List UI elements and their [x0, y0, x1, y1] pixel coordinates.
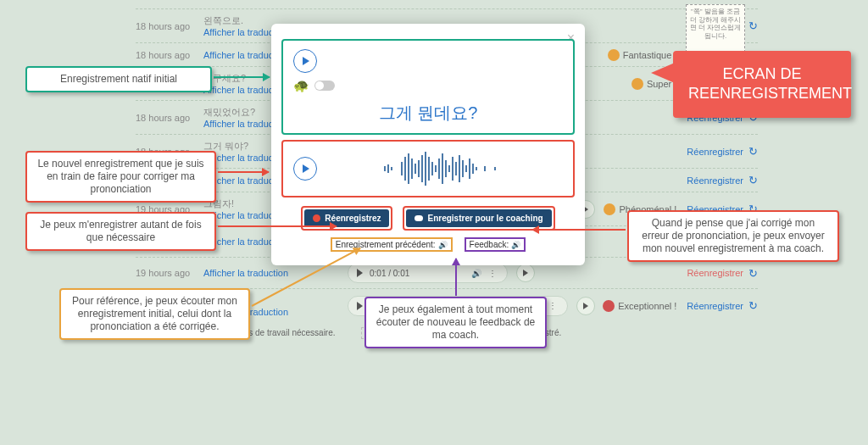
- svg-rect-21: [462, 160, 464, 177]
- timestamp: 18 hours ago: [136, 113, 203, 123]
- rerecord-link[interactable]: Réenregistrer: [687, 175, 743, 186]
- svg-rect-18: [452, 157, 453, 181]
- svg-rect-27: [494, 167, 496, 170]
- korean-note: "쪽" 발음을 조금 더 강하게 해주시면 더 자연스럽게 됩니다.: [686, 4, 745, 57]
- arrow-icon: [218, 171, 269, 173]
- rerecord-link[interactable]: Réenregistrer: [687, 268, 743, 278]
- callout-feedback: Je peux également à tout moment écouter …: [364, 297, 547, 348]
- svg-rect-11: [428, 157, 430, 181]
- record-icon: [313, 214, 320, 222]
- svg-rect-1: [387, 164, 389, 173]
- play-icon: [357, 302, 363, 310]
- arrow-icon: [455, 259, 457, 296]
- target-phrase: 그게 뭔데요?: [293, 102, 563, 125]
- play-icon: [357, 269, 363, 277]
- arrow-icon: [532, 229, 626, 231]
- svg-rect-20: [459, 155, 460, 182]
- svg-rect-14: [438, 159, 440, 179]
- arrow-icon: [218, 225, 337, 227]
- waveform-icon: [376, 150, 520, 187]
- play-icon: [303, 164, 309, 173]
- rerecord-link[interactable]: Réenregistrer: [687, 147, 743, 157]
- svg-rect-2: [391, 167, 392, 170]
- status-badge: Fantastique !: [608, 49, 677, 61]
- svg-rect-5: [408, 153, 409, 184]
- timestamp: 19 hours ago: [136, 268, 203, 278]
- timestamp: 18 hours ago: [136, 21, 203, 31]
- refresh-icon[interactable]: ↻: [748, 267, 758, 280]
- speaker-icon: 🔊: [438, 241, 448, 249]
- play-icon: [303, 57, 309, 65]
- svg-rect-3: [401, 162, 403, 175]
- turtle-icon: 🐢: [293, 78, 309, 93]
- svg-rect-15: [442, 153, 443, 184]
- speaker-icon: 🔊: [511, 241, 520, 249]
- callout-previous: Pour référence, je peux écouter mon enre…: [59, 288, 250, 340]
- mini-play-button[interactable]: [576, 297, 595, 315]
- callout-submit: Quand je pense que j'ai corrigé mon erre…: [627, 210, 839, 262]
- svg-rect-12: [431, 162, 433, 175]
- mini-play-button[interactable]: [516, 264, 535, 282]
- reference-links-row: Enregistrement précédent:🔊 Feedback:🔊: [281, 237, 575, 252]
- slow-toggle[interactable]: 🐢: [293, 78, 563, 93]
- refresh-icon[interactable]: ↻: [748, 174, 758, 186]
- svg-rect-26: [484, 166, 486, 171]
- callout-retry: Je peux m'enregistrer autant de fois que…: [25, 212, 216, 251]
- upload-icon: [415, 215, 423, 221]
- svg-rect-0: [384, 166, 386, 171]
- audio-player[interactable]: 0:01 / 0:01🔊⋮: [348, 263, 508, 283]
- svg-rect-16: [445, 160, 447, 177]
- svg-rect-13: [435, 165, 437, 172]
- svg-rect-17: [448, 165, 450, 172]
- svg-rect-7: [415, 164, 416, 174]
- feedback-link[interactable]: Feedback:🔊: [465, 237, 526, 252]
- play-user-button[interactable]: [293, 157, 317, 181]
- arrow-icon: [214, 76, 270, 78]
- native-recording-panel: 🐢 그게 뭔데요?: [281, 39, 575, 135]
- svg-rect-19: [455, 162, 457, 175]
- refresh-icon[interactable]: ↻: [748, 19, 758, 32]
- svg-rect-6: [411, 159, 413, 179]
- svg-rect-10: [425, 152, 426, 186]
- status-badge: Exceptionnel !: [603, 300, 676, 312]
- waveform: [332, 150, 563, 187]
- svg-rect-23: [469, 159, 470, 179]
- callout-new-recording: Le nouvel enregistrement que je suis en …: [25, 151, 216, 203]
- timestamp: 18 hours ago: [136, 50, 203, 60]
- svg-rect-25: [476, 167, 477, 170]
- refresh-icon[interactable]: ↻: [748, 299, 758, 312]
- refresh-icon[interactable]: ↻: [748, 145, 758, 158]
- svg-rect-4: [404, 157, 406, 181]
- svg-rect-8: [418, 160, 420, 177]
- title-callout: ECRAN DE REENREGISTREMENT: [673, 51, 851, 118]
- callout-native: Enregistrement natif initial: [25, 66, 212, 92]
- show-translation-link[interactable]: Afficher la traduction: [203, 268, 348, 278]
- rerecord-link[interactable]: Réenregistrer: [687, 301, 743, 311]
- previous-recording-link[interactable]: Enregistrement précédent:🔊: [331, 237, 453, 252]
- svg-rect-24: [472, 164, 474, 174]
- toggle-switch[interactable]: [314, 81, 335, 91]
- play-native-button[interactable]: [293, 49, 317, 73]
- svg-rect-22: [465, 165, 467, 172]
- user-recording-panel: [281, 140, 575, 197]
- svg-rect-9: [421, 155, 423, 182]
